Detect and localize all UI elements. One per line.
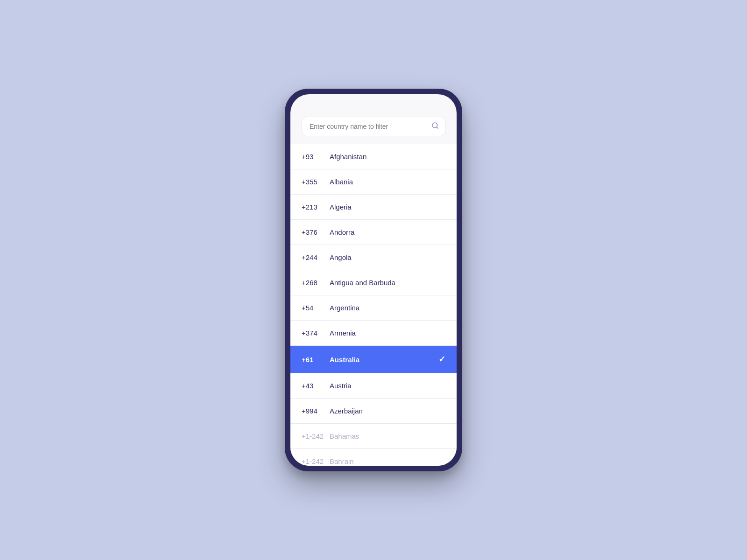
country-code: +43: [302, 382, 330, 390]
country-name: Antigua and Barbuda: [330, 279, 445, 287]
country-item[interactable]: +355Albania: [290, 169, 457, 195]
country-name: Armenia: [330, 329, 445, 337]
country-item[interactable]: +268Antigua and Barbuda: [290, 270, 457, 295]
search-input-wrapper: [302, 117, 445, 136]
country-item[interactable]: +374Armenia: [290, 321, 457, 346]
country-code: +213: [302, 203, 330, 211]
country-code: +376: [302, 228, 330, 236]
country-code: +61: [302, 356, 330, 364]
country-name: Algeria: [330, 203, 445, 211]
search-container: [290, 115, 457, 144]
country-item[interactable]: +43Austria: [290, 373, 457, 399]
header: [290, 94, 457, 115]
country-code: +1-242: [302, 457, 330, 465]
country-list: +93Afghanistan+355Albania+213Algeria+376…: [290, 144, 457, 466]
svg-line-1: [437, 127, 438, 128]
country-item[interactable]: +1-242Bahrain: [290, 449, 457, 466]
country-item[interactable]: +994Azerbaijan: [290, 399, 457, 424]
country-name: Azerbaijan: [330, 407, 445, 415]
search-input[interactable]: [302, 117, 445, 136]
country-name: Andorra: [330, 228, 445, 236]
country-item[interactable]: +1-242Bahamas: [290, 424, 457, 449]
country-code: +1-242: [302, 432, 330, 440]
country-code: +994: [302, 407, 330, 415]
country-code: +244: [302, 253, 330, 261]
search-icon: [431, 122, 439, 131]
country-name: Angola: [330, 253, 445, 261]
country-code: +268: [302, 279, 330, 287]
country-code: +93: [302, 153, 330, 161]
country-code: +374: [302, 329, 330, 337]
country-name: Bahamas: [330, 432, 445, 440]
country-name: Bahrain: [330, 457, 445, 465]
country-item[interactable]: +54Argentina: [290, 295, 457, 321]
country-item[interactable]: +376Andorra: [290, 220, 457, 245]
country-name: Austria: [330, 382, 445, 390]
country-code: +355: [302, 178, 330, 186]
country-item[interactable]: +61Australia✓: [290, 346, 457, 373]
phone-frame: +93Afghanistan+355Albania+213Algeria+376…: [285, 89, 462, 471]
country-name: Albania: [330, 178, 445, 186]
country-code: +54: [302, 304, 330, 312]
country-name: Australia: [330, 356, 438, 364]
country-name: Argentina: [330, 304, 445, 312]
country-item[interactable]: +213Algeria: [290, 195, 457, 220]
country-item[interactable]: +93Afghanistan: [290, 144, 457, 169]
check-icon: ✓: [438, 354, 445, 364]
country-item[interactable]: +244Angola: [290, 245, 457, 270]
country-name: Afghanistan: [330, 153, 445, 161]
phone-screen: +93Afghanistan+355Albania+213Algeria+376…: [290, 94, 457, 466]
